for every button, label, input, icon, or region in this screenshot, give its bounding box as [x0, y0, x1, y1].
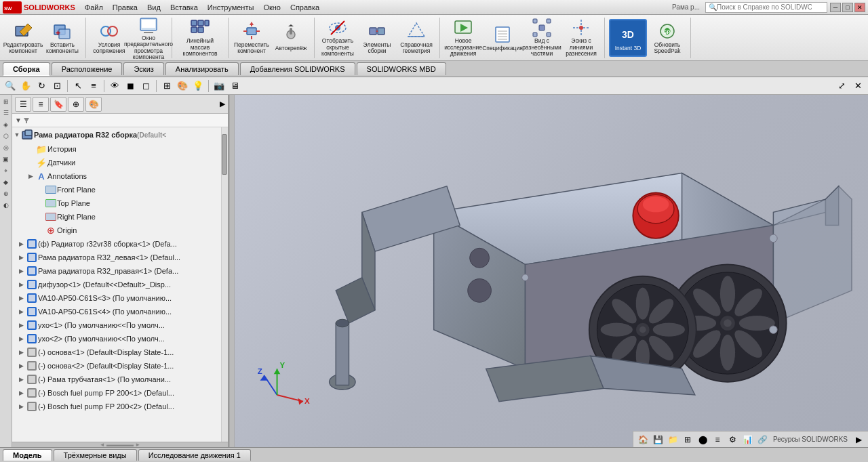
linear-array-button[interactable]: Линейный массив компонентов: [176, 19, 224, 57]
strip-btn-7[interactable]: ⌖: [1, 165, 12, 176]
view-close-button[interactable]: ✕: [850, 79, 865, 93]
tree-item-uho2[interactable]: ▶ ухо<2> (По умолчанию<<По умолч...: [12, 332, 221, 345]
show-hidden-button[interactable]: Отобразить скрытые компоненты: [319, 19, 357, 57]
menu-window[interactable]: Окно: [259, 2, 285, 13]
close-button[interactable]: ✕: [854, 3, 865, 12]
vp-link-button[interactable]: 🔗: [755, 433, 769, 446]
scroll-thumb[interactable]: [222, 134, 227, 175]
tree-item-osnova2[interactable]: ▶ (-) основа<2> (Default<Display State-1…: [12, 359, 221, 373]
view-appearance-button[interactable]: 🎨: [175, 79, 190, 93]
tab-sketch[interactable]: Эскиз: [123, 62, 163, 75]
tab-layout[interactable]: Расположение: [52, 62, 123, 75]
menu-insert[interactable]: Вставка: [166, 2, 202, 13]
tree-item-historia[interactable]: 📁 История: [12, 142, 221, 156]
sidebar-color-btn[interactable]: 🎨: [85, 97, 102, 112]
vp-chart-button[interactable]: 📊: [741, 433, 754, 446]
strip-btn-10[interactable]: ◐: [1, 200, 12, 211]
scroll-left-arrow[interactable]: ◄ ▬▬▬▬▬ ►: [100, 442, 140, 447]
tree-item-osnova1[interactable]: ▶ (-) основа<1> (Default<Display State-1…: [12, 345, 221, 359]
strip-btn-5[interactable]: ◎: [1, 142, 12, 153]
insert-component-button[interactable]: + Вставить компоненты: [43, 19, 81, 57]
tree-item-va10-4[interactable]: ▶ VA10-AP50-C61S<4> (По умолчанию...: [12, 305, 221, 318]
bottom-tab-model[interactable]: Модель: [3, 449, 52, 461]
bottom-tab-3d-views[interactable]: Трёхмерные виды: [54, 449, 137, 461]
view-rotate-button[interactable]: ↻: [34, 79, 49, 93]
view-zoom-button[interactable]: 🔍: [3, 79, 18, 93]
sidebar-resize-handle[interactable]: [229, 95, 235, 447]
vp-expand-button[interactable]: ▶: [852, 433, 865, 446]
maximize-button[interactable]: □: [842, 3, 853, 12]
autofasten-button[interactable]: Автокрепёж: [272, 19, 310, 57]
tree-item-origin[interactable]: ⊕ Origin: [12, 224, 221, 237]
view-filter-button[interactable]: ≡: [86, 79, 101, 93]
view-light-button[interactable]: 💡: [191, 79, 205, 93]
sidebar-scrollbar[interactable]: [221, 127, 228, 442]
help-search-input[interactable]: [717, 3, 812, 11]
view-expand-button[interactable]: ⤢: [834, 79, 849, 93]
edit-component-button[interactable]: Редактировать компонент: [4, 19, 42, 57]
tab-mbd[interactable]: SOLIDWORKS MBD: [357, 62, 446, 75]
tree-item-datchiki[interactable]: ⚡ Датчики: [12, 156, 221, 169]
view-zoom-fit-button[interactable]: ⊡: [50, 79, 64, 93]
view-pan-button[interactable]: ✋: [18, 79, 33, 93]
preview-window-button[interactable]: Окно предварительного просмотра компонен…: [130, 19, 167, 57]
sidebar-expand-btn[interactable]: ▶: [220, 100, 225, 108]
tree-item-top-plane[interactable]: Top Plane: [12, 196, 221, 210]
tree-root[interactable]: ▼ Рама радиатора R32 сборка (Default<: [12, 127, 221, 142]
strip-btn-8[interactable]: ◆: [1, 177, 12, 188]
tab-assembly[interactable]: Сборка: [3, 62, 50, 76]
vp-folder-button[interactable]: 📁: [666, 433, 679, 446]
view-hidden-button[interactable]: 👁: [107, 79, 122, 93]
view-select-button[interactable]: ↖: [71, 79, 85, 93]
tree-item-diffusor[interactable]: ▶ дифузор<1> (Default<<Default>_Disp...: [12, 278, 221, 291]
vp-home-button[interactable]: 🏠: [636, 433, 650, 446]
tree-item-va10-3[interactable]: ▶ VA10-AP50-C61S<3> (По умолчанию...: [12, 291, 221, 305]
view-camera-button[interactable]: 📷: [212, 79, 226, 93]
view-display-button[interactable]: 🖥: [227, 79, 242, 93]
strip-btn-2[interactable]: ☰: [1, 108, 12, 119]
new-motion-button[interactable]: Новое исследование движения: [444, 19, 482, 57]
strip-btn-1[interactable]: ⊞: [1, 96, 12, 107]
tree-item-bosch1[interactable]: ▶ (-) Bosch fuel pump FP 200<1> (Defaul.…: [12, 386, 221, 400]
sidebar-bookmark-btn[interactable]: 🔖: [50, 97, 66, 112]
bottom-tab-motion[interactable]: Исследование движения 1: [138, 449, 251, 461]
vp-list-button[interactable]: ≡: [711, 433, 724, 446]
instant3d-button[interactable]: 3D Instant 3D: [609, 19, 647, 57]
minimize-button[interactable]: ─: [830, 3, 841, 12]
speedpak-button[interactable]: SP Обновить SpeedPak: [648, 19, 686, 57]
tab-addins[interactable]: Добавления SOLIDWORKS: [240, 62, 355, 75]
vp-settings-button[interactable]: ⚙: [726, 433, 739, 446]
menu-tools[interactable]: Инструменты: [203, 2, 258, 13]
tab-analyze[interactable]: Анализировать: [165, 62, 239, 75]
strip-btn-3[interactable]: ◈: [1, 119, 12, 130]
tree-item-rama-left[interactable]: ▶ Рама радиатора R32_левая<1> (Defaul...: [12, 251, 221, 264]
view-section-button[interactable]: ⊞: [159, 79, 174, 93]
tree-item-rama-trub[interactable]: ▶ (-) Рама трубчатая<1> (По умолчани...: [12, 373, 221, 386]
sidebar-list-btn[interactable]: ≡: [33, 97, 49, 112]
vp-save-button[interactable]: 💾: [651, 433, 665, 446]
menu-edit[interactable]: Правка: [108, 2, 142, 13]
strip-btn-9[interactable]: ⊕: [1, 188, 12, 199]
sidebar-crosshair-btn[interactable]: ⊕: [68, 97, 84, 112]
tree-item-radiator1[interactable]: ▶ (ф) Радиатор r32vr38 сборка<1> (Defa..…: [12, 237, 221, 251]
vp-sphere-button[interactable]: ⬤: [696, 433, 709, 446]
help-search-box[interactable]: 🔍: [705, 2, 827, 13]
menu-view[interactable]: Вид: [143, 2, 165, 13]
tree-item-right-plane[interactable]: Right Plane: [12, 210, 221, 224]
explode-sketch-button[interactable]: Эскиз с линиями разнесения: [562, 19, 600, 57]
viewport-3d[interactable]: Z X Y 🏠 💾 📁 ⊞ ⬤ ≡ ⚙: [235, 95, 868, 447]
sidebar-filter-btn[interactable]: ☰: [15, 97, 31, 112]
tree-item-bosch2[interactable]: ▶ (-) Bosch fuel pump FP 200<2> (Defaul.…: [12, 400, 221, 413]
bom-button[interactable]: Спецификация: [484, 19, 521, 57]
menu-help[interactable]: Справка: [286, 2, 323, 13]
mate-button[interactable]: Условия сопряжения: [90, 19, 128, 57]
view-shading-button[interactable]: ◼: [123, 79, 138, 93]
ref-geometry-button[interactable]: Справочная геометрия: [397, 19, 435, 57]
menu-file[interactable]: Файл: [81, 2, 107, 13]
vp-grid-button[interactable]: ⊞: [681, 433, 694, 446]
tree-item-annotations[interactable]: ▶ A Annotations: [12, 169, 221, 183]
tree-item-uho1[interactable]: ▶ ухо<1> (По умолчанию<<По умолч...: [12, 318, 221, 332]
strip-btn-6[interactable]: ▣: [1, 154, 12, 165]
move-component-button[interactable]: Переместить компонент: [233, 19, 271, 57]
resources-solidworks-label[interactable]: Ресурсы SOLIDWORKS: [770, 436, 850, 443]
